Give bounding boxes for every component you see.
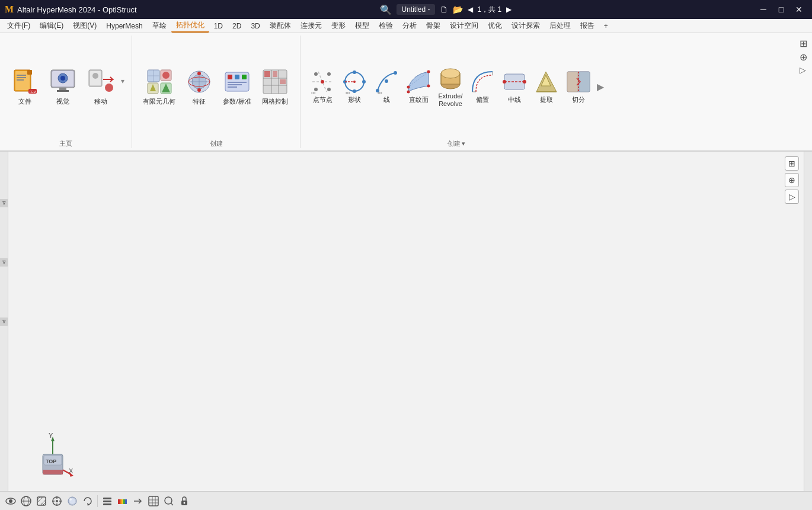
svg-point-52 (327, 72, 331, 76)
ribbon-btn-fem-geo[interactable]: 有限元几何 (139, 65, 179, 108)
ribbon-group-create1-label: 创建 (210, 139, 223, 148)
rotate-btn[interactable] (81, 494, 95, 508)
menu-assembly[interactable]: 装配体 (265, 20, 296, 32)
menu-designexp[interactable]: 设计探索 (507, 20, 545, 32)
menu-optimize[interactable]: 优化 (483, 20, 507, 32)
svg-text:FEM: FEM (30, 90, 36, 94)
menu-check[interactable]: 检验 (374, 20, 398, 32)
mesh-display-btn[interactable] (146, 494, 161, 508)
menu-postprocess[interactable]: 后处理 (545, 20, 576, 32)
ribbon-group-homepage-more[interactable]: ▾ (121, 77, 124, 97)
ribbon-btn-offset-label: 偏置 (476, 95, 489, 104)
ribbon-btn-move[interactable]: 移动 (83, 65, 119, 108)
next-page-icon[interactable]: ▶ (506, 5, 512, 14)
svg-point-33 (197, 88, 201, 92)
menu-model[interactable]: 模型 (350, 20, 374, 32)
ribbon-btn-split-label: 切分 (572, 95, 585, 104)
svg-rect-36 (235, 75, 239, 79)
titlebar-controls: ─ □ ✕ (755, 1, 807, 18)
menu-connection[interactable]: 连接元 (296, 20, 327, 32)
zoom-extent-btn[interactable] (34, 494, 49, 508)
project-name-label[interactable]: Untitled - (397, 4, 434, 15)
menu-edit[interactable]: 编辑(E) (35, 20, 68, 32)
ribbon-btn-extrude[interactable]: Extrude/ Revolve (436, 65, 465, 108)
ribbon-btn-view[interactable]: 视觉 (45, 65, 81, 108)
close-button[interactable]: ✕ (791, 1, 807, 18)
minimize-button[interactable]: ─ (755, 1, 772, 18)
ribbon-btn-params-label: 参数/标准 (223, 97, 251, 106)
layers-btn[interactable] (100, 494, 114, 508)
menu-view[interactable]: 视图(V) (68, 20, 101, 32)
svg-rect-46 (264, 71, 270, 77)
ribbon-group-create2-arrow[interactable]: ▾ (462, 140, 465, 147)
menu-analysis[interactable]: 分析 (398, 20, 421, 32)
ribbon-btn-midline[interactable]: 中线 (500, 68, 529, 105)
ribbon-btn-line[interactable]: ••• 线 (372, 68, 401, 105)
menu-frame[interactable]: 骨架 (421, 20, 445, 32)
ribbon-btn-feature[interactable]: 特征 (181, 65, 217, 108)
new-doc-icon[interactable]: 🗋 (440, 5, 448, 14)
search-tools-btn[interactable] (162, 494, 176, 508)
titlebar: M Altair HyperMesh 2024 - OptiStruct 🔍 U… (0, 0, 812, 19)
menu-add[interactable]: + (599, 21, 613, 31)
globe-btn[interactable] (19, 494, 33, 508)
ribbon-btn-file[interactable]: FEM 文件 (7, 65, 43, 108)
ribbon-btn-meshctrl[interactable]: 网格控制 (257, 65, 293, 108)
maximize-button[interactable]: □ (773, 1, 789, 18)
offset-icon (470, 69, 495, 94)
viewport[interactable]: 0.54 Y X TOP (8, 152, 804, 491)
menu-report[interactable]: 报告 (576, 20, 599, 32)
menu-file[interactable]: 文件(F) (2, 20, 35, 32)
ribbon-btn-params[interactable]: 参数/标准 (219, 65, 255, 108)
prev-page-icon[interactable]: ◀ (468, 5, 473, 14)
ribbon-btn-offset[interactable]: 偏置 (468, 68, 497, 105)
vp-add-btn[interactable]: ⊕ (785, 173, 799, 187)
left-panel: ⊳ ⊳ ⊳ (0, 152, 8, 491)
expand-icon[interactable]: ▷ (800, 65, 807, 75)
params-icon (223, 68, 251, 96)
ribbon-btn-node[interactable]: ••• 点节点 (308, 68, 337, 105)
search-icon[interactable]: 🔍 (380, 4, 392, 15)
ribbon-right-tools: ⊞ ⊕ ▷ (800, 38, 807, 75)
svg-text:•••: ••• (378, 91, 382, 94)
visibility-btn[interactable] (4, 494, 18, 508)
menu-1d[interactable]: 1D (209, 21, 228, 31)
ribbon-btn-split[interactable]: 切分 (564, 68, 593, 105)
svg-point-71 (427, 70, 430, 73)
svg-rect-86 (567, 72, 578, 92)
ribbon-scroll-right[interactable]: ▶ (596, 81, 605, 92)
menu-designspace[interactable]: 设计空间 (445, 20, 483, 32)
svg-text:TOP: TOP (46, 458, 56, 464)
menu-2d[interactable]: 2D (228, 21, 246, 31)
svg-point-82 (523, 80, 526, 84)
menu-morph[interactable]: 变形 (327, 20, 350, 32)
svg-point-54 (327, 88, 331, 91)
ribbon-btn-meshctrl-label: 网格控制 (262, 97, 288, 106)
menu-topo[interactable]: 拓扑优化 (171, 19, 209, 33)
ribbon-btn-surface[interactable]: 直纹面 (404, 68, 433, 105)
ribbon-btn-shape[interactable]: ••• 形状 (340, 68, 369, 105)
grid-view-icon[interactable]: ⊞ (800, 38, 807, 49)
left-panel-tab-3[interactable]: ⊳ (0, 317, 8, 326)
menu-hypermesh[interactable]: HyperMesh (101, 21, 147, 31)
arrow-btn[interactable] (131, 494, 145, 508)
menu-3d[interactable]: 3D (246, 21, 264, 31)
ribbon-btn-node-label: 点节点 (313, 95, 333, 104)
render-mode-btn[interactable] (65, 494, 79, 508)
ribbon-btn-extract[interactable]: 提取 (532, 68, 561, 105)
target-btn[interactable] (50, 494, 64, 508)
left-panel-tab-2[interactable]: ⊳ (0, 258, 8, 267)
vp-arrow-btn[interactable]: ▷ (785, 190, 799, 204)
open-doc-icon[interactable]: 📂 (453, 5, 463, 14)
left-panel-tab-1[interactable]: ⊳ (0, 199, 8, 207)
ribbon-btn-extrude-label: Extrude/ Revolve (439, 92, 463, 107)
menu-sketch[interactable]: 草绘 (148, 20, 171, 32)
svg-rect-37 (242, 75, 247, 79)
svg-rect-13 (57, 90, 69, 92)
colorbar-btn[interactable] (116, 494, 130, 508)
lock-btn[interactable] (177, 494, 191, 508)
vp-grid-btn[interactable]: ⊞ (785, 156, 799, 171)
svg-rect-124 (120, 499, 122, 504)
add-panel-icon[interactable]: ⊕ (800, 52, 807, 63)
svg-point-51 (314, 72, 318, 76)
